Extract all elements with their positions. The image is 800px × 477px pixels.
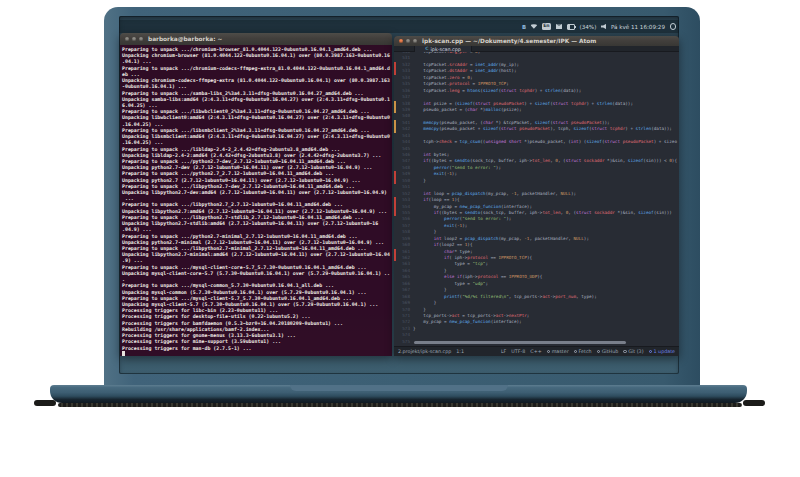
terminal-output[interactable]: Preparing to unpack .../chromium-browser… <box>120 45 392 356</box>
clock[interactable]: Pá kvě 11 16:09:29 <box>611 24 665 30</box>
terminal-title: barborka@barborka: ~ <box>148 36 222 42</box>
laptop-foot-right <box>743 400 765 406</box>
terminal-cursor <box>122 351 125 356</box>
battery-percent: (34%) <box>580 24 597 30</box>
atom-tab-bar: C ipk-scan.cpp <box>394 46 679 52</box>
mail-icon[interactable] <box>556 24 563 29</box>
terminal-minimize-button[interactable] <box>132 37 136 41</box>
terminal-window: barborka@barborka: ~ Preparing to unpack… <box>120 33 392 356</box>
terminal-maximize-button[interactable] <box>139 37 143 41</box>
tab-ipk-scan[interactable]: C ipk-scan.cpp <box>414 46 472 52</box>
keyboard-layout-indicator[interactable]: En <box>542 23 551 30</box>
laptop-lid: B En (34%) Pá kvě 11 16:09:29 barborka@b… <box>104 7 700 386</box>
laptop-screen: B En (34%) Pá kvě 11 16:09:29 barborka@b… <box>119 16 679 374</box>
status-right-items: LFUTF-8C++masterFetchGitHubGit (3)1 upda… <box>501 349 675 354</box>
laptop-mockup: B En (34%) Pá kvě 11 16:09:29 barborka@b… <box>0 0 800 477</box>
atom-window-title: ipk-scan.cpp — ~/Dokumenty/4.semester/IP… <box>422 38 596 44</box>
terminal-titlebar[interactable]: barborka@barborka: ~ <box>120 33 392 45</box>
wifi-icon[interactable] <box>531 24 538 29</box>
status-1-update[interactable]: 1 update <box>649 349 675 354</box>
atom-titlebar[interactable]: ipk-scan.cpp — ~/Dokumenty/4.semester/IP… <box>394 36 679 46</box>
atom-maximize-button[interactable] <box>413 39 417 43</box>
laptop-foot-left <box>34 400 56 406</box>
status-lf[interactable]: LF <box>501 349 506 354</box>
horizontal-scrollbar[interactable] <box>414 341 626 344</box>
status-github[interactable]: GitHub <box>597 349 619 354</box>
atom-minimize-button[interactable] <box>406 39 410 43</box>
status-cursor-position[interactable]: 1:1 <box>456 349 464 354</box>
atom-status-bar: 2.projekt/ipk-scan.cpp 1:1 LFUTF-8C++mas… <box>394 346 679 356</box>
cpp-file-icon: C <box>425 47 428 51</box>
atom-window: ipk-scan.cpp — ~/Dokumenty/4.semester/IP… <box>394 36 679 356</box>
status-master[interactable]: master <box>547 349 569 354</box>
terminal-close-button[interactable] <box>125 37 129 41</box>
session-gear-icon[interactable] <box>670 23 677 30</box>
volume-icon[interactable] <box>601 24 607 30</box>
code-lines: 530 tcpPacket.urg_ptr = 0;531532 tcpPack… <box>394 49 679 345</box>
battery-icon[interactable] <box>567 24 576 30</box>
tab-label: ipk-scan.cpp <box>431 47 461 52</box>
laptop-shadow-line <box>58 403 742 407</box>
status-c-[interactable]: C++ <box>530 349 541 354</box>
status-utf-8[interactable]: UTF-8 <box>511 349 525 354</box>
atom-close-button[interactable] <box>399 39 403 43</box>
status-git-3-[interactable]: Git (3) <box>623 349 643 354</box>
status-file-path[interactable]: 2.projekt/ipk-scan.cpp <box>398 349 451 354</box>
status-fetch[interactable]: Fetch <box>574 349 592 354</box>
laptop-base-notch <box>290 385 508 391</box>
code-editor[interactable]: 530 tcpPacket.urg_ptr = 0;531532 tcpPack… <box>394 46 679 346</box>
bluetooth-icon[interactable]: B <box>522 24 526 30</box>
top-panel: B En (34%) Pá kvě 11 16:09:29 <box>119 20 679 33</box>
